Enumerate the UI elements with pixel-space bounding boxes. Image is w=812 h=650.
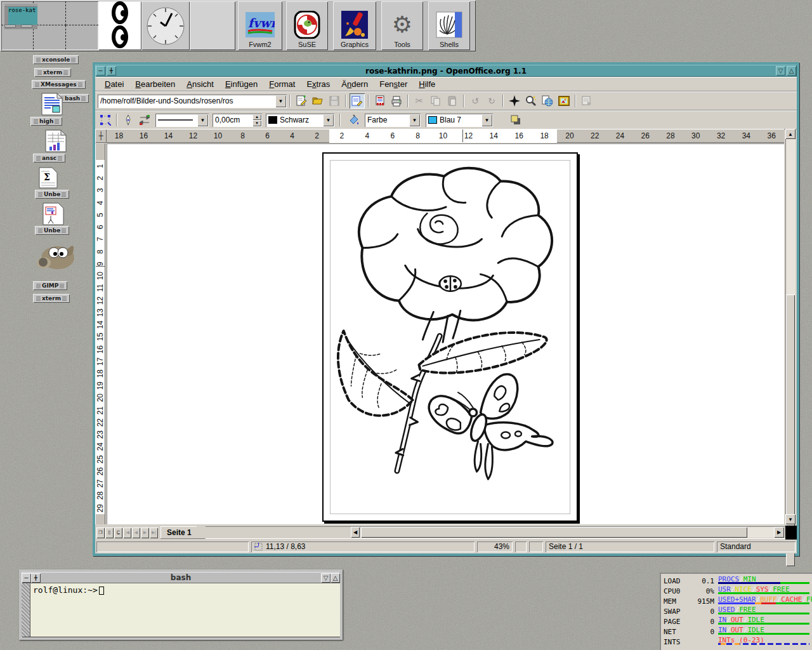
graphics-button[interactable]: Graphics: [333, 1, 376, 50]
maximize-button[interactable]: △: [787, 66, 796, 76]
xterm-scrollbar[interactable]: [22, 583, 30, 637]
arrow-ends-icon[interactable]: [137, 112, 152, 128]
shells-button[interactable]: Shells: [428, 1, 470, 50]
scroll-down-icon[interactable]: ▼: [785, 514, 796, 524]
shade-button[interactable]: ▽: [321, 573, 331, 583]
iconified-xmessages[interactable]: XMessages: [32, 80, 86, 89]
menu-item[interactable]: Extras: [301, 78, 336, 90]
menu-item[interactable]: Fenster: [374, 78, 413, 90]
menu-item[interactable]: Hilfe: [413, 78, 441, 90]
undo-icon[interactable]: ↺: [468, 93, 483, 109]
pen-style-icon[interactable]: [121, 112, 136, 128]
page-tab[interactable]: Seite 1: [160, 526, 206, 539]
last-page-button[interactable]: ▶|: [150, 527, 158, 538]
terminal-output[interactable]: rolf@linux:~>: [30, 583, 340, 637]
page-mode-button[interactable]: ❐: [96, 527, 105, 538]
fill-color-dropdown-arrow[interactable]: ▼: [481, 114, 492, 126]
menu-item[interactable]: Format: [263, 78, 301, 90]
paste-icon[interactable]: [445, 93, 460, 109]
math-document-icon[interactable]: Σ: [38, 166, 58, 192]
edit-points-icon[interactable]: [98, 112, 113, 128]
fill-style-icon[interactable]: [346, 112, 362, 128]
ruler-origin[interactable]: ┼: [95, 129, 107, 143]
iconified-calc-doc[interactable]: ansc: [33, 154, 65, 162]
url-combobox[interactable]: /home/rolf/Bilder-und-Sounds/rosen/ros ▼: [98, 95, 287, 108]
empty-taskbar-button[interactable]: [190, 1, 235, 50]
export-pdf-icon[interactable]: [372, 93, 388, 109]
horizontal-scrollbar[interactable]: [361, 527, 784, 538]
iconified-writer-doc[interactable]: high: [30, 117, 62, 126]
pager-cell[interactable]: [66, 25, 98, 50]
status-position-field[interactable]: 11,13 / 8,63: [251, 541, 475, 552]
copy-icon[interactable]: [428, 93, 443, 109]
menu-item[interactable]: Datei: [99, 78, 129, 90]
scroll-up-icon[interactable]: ▲: [785, 129, 796, 139]
drawing-canvas[interactable]: [107, 143, 784, 524]
datasource-icon[interactable]: [579, 93, 594, 109]
fill-color-combobox[interactable]: Blau 7 ▼: [426, 114, 493, 127]
stick-button[interactable]: ╋: [31, 573, 41, 583]
tools-button[interactable]: ⚙ Tools: [381, 1, 423, 50]
next-page-button[interactable]: ▶: [141, 527, 149, 538]
fill-type-dropdown-arrow[interactable]: ▼: [409, 114, 420, 126]
horizontal-ruler[interactable]: 18161412108642 24681012141618 2022242628…: [107, 129, 784, 143]
cut-icon[interactable]: ✂: [412, 93, 427, 109]
bash-titlebar[interactable]: − ╋ bash ▽ △: [22, 572, 340, 583]
stick-button[interactable]: ╋: [107, 66, 116, 76]
line-color-dropdown-arrow[interactable]: ▼: [323, 114, 334, 126]
hyperlink-globe-icon[interactable]: [540, 93, 555, 109]
clock-button[interactable]: [141, 1, 190, 50]
pager-mini-window[interactable]: rose-kat: [4, 4, 37, 29]
drawing-page[interactable]: [322, 152, 578, 522]
navigator-icon[interactable]: [507, 93, 522, 109]
vertical-scrollbar[interactable]: ▲ ▼: [785, 129, 796, 524]
prev-page-button[interactable]: ◀: [132, 527, 140, 538]
layer-mode-button[interactable]: ⊑: [114, 527, 122, 538]
spin-down-icon[interactable]: ▼: [252, 120, 261, 126]
gallery-icon[interactable]: [556, 93, 572, 109]
line-width-spinner[interactable]: 0,00cm ▲▼: [213, 114, 262, 127]
new-document-icon[interactable]: [294, 93, 309, 109]
suse-button[interactable]: SuSE: [286, 1, 328, 50]
print-icon[interactable]: [389, 93, 404, 109]
maximize-button[interactable]: △: [331, 573, 340, 583]
pager-cell[interactable]: [66, 1, 98, 25]
status-select-field[interactable]: [529, 541, 543, 552]
menu-item[interactable]: Ansicht: [181, 78, 219, 90]
fvwm2-button[interactable]: fvwm Fvwm2: [238, 1, 282, 50]
writer-document-icon[interactable]: [41, 92, 63, 119]
scroll-right-icon[interactable]: ▶: [774, 527, 784, 538]
master-mode-button[interactable]: ▯: [105, 527, 114, 538]
save-icon[interactable]: [327, 93, 342, 109]
horizontal-scrollbar-thumb[interactable]: [361, 527, 747, 538]
gimp-wilber-icon[interactable]: [35, 239, 77, 277]
oo-titlebar[interactable]: − ╋ rose-kathrin.png - OpenOffice.org 1.…: [95, 65, 797, 77]
impress-document-icon[interactable]: [42, 202, 65, 229]
url-dropdown-arrow[interactable]: ▼: [275, 95, 286, 107]
redo-icon[interactable]: ↻: [484, 93, 499, 109]
pager-cell[interactable]: [34, 1, 66, 25]
pager-cell[interactable]: [34, 25, 66, 50]
zoom-icon[interactable]: [523, 93, 539, 109]
iconified-impress-doc[interactable]: Unbe: [35, 226, 69, 235]
iconified-xconsole[interactable]: xconsole: [33, 55, 79, 64]
vertical-ruler[interactable]: 1234567891011121314151617181920212223242…: [95, 143, 105, 524]
shadow-icon[interactable]: [508, 112, 523, 128]
calc-document-icon[interactable]: [44, 129, 67, 156]
open-folder-icon[interactable]: [310, 93, 325, 109]
spin-up-icon[interactable]: ▲: [252, 114, 261, 121]
edit-file-icon[interactable]: [350, 93, 365, 109]
line-style-combobox[interactable]: ▼: [155, 114, 209, 127]
iconified-xterm-2[interactable]: xterm: [33, 294, 70, 303]
fill-type-combobox[interactable]: Farbe ▼: [365, 114, 421, 127]
scroll-left-icon[interactable]: ◀: [351, 527, 360, 538]
menu-item[interactable]: Einfügen: [219, 78, 263, 90]
resize-corner[interactable]: [785, 526, 797, 540]
menu-item[interactable]: Bearbeiten: [129, 78, 181, 90]
xeyes-button[interactable]: [98, 1, 141, 50]
line-color-combobox[interactable]: Schwarz ▼: [266, 114, 334, 127]
shade-button[interactable]: ▽: [776, 66, 785, 76]
iconified-xterm[interactable]: xterm: [34, 68, 71, 77]
iconify-button[interactable]: −: [96, 66, 105, 76]
line-style-dropdown-arrow[interactable]: ▼: [197, 114, 208, 126]
